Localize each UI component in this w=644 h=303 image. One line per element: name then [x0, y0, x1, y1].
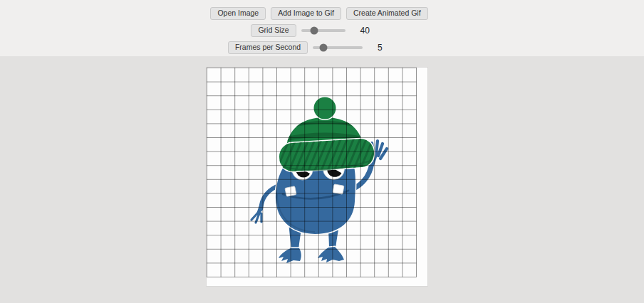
workspace	[0, 56, 644, 303]
grid-size-slider-track[interactable]	[301, 29, 346, 32]
grid-size-button[interactable]: Grid Size	[251, 24, 296, 37]
monster-left-arm	[251, 186, 279, 223]
fps-slider[interactable]	[313, 43, 363, 53]
main-buttons-row: Open Image Add Image to Gif Create Anima…	[210, 7, 427, 19]
fps-row: Frames per Second 5	[228, 41, 389, 53]
grid-size-slider[interactable]	[301, 26, 346, 36]
monster-hat-pompom	[314, 97, 336, 119]
create-animated-gif-button[interactable]: Create Animated Gif	[346, 7, 428, 20]
open-image-button[interactable]: Open Image	[210, 7, 266, 20]
grid-size-row: Grid Size 40	[251, 24, 371, 36]
monster-left-foot	[279, 248, 301, 263]
drawing-canvas[interactable]	[207, 68, 427, 286]
fps-value: 5	[378, 43, 389, 53]
grid-size-slider-thumb[interactable]	[311, 26, 318, 34]
fps-button[interactable]: Frames per Second	[228, 41, 308, 54]
fps-slider-thumb[interactable]	[319, 43, 327, 51]
grid-size-value: 40	[360, 26, 372, 36]
add-image-to-gif-button[interactable]: Add Image to Gif	[271, 7, 341, 20]
monster-figure	[207, 68, 427, 286]
monster-right-foot	[318, 247, 344, 262]
header-toolbar: Open Image Add Image to Gif Create Anima…	[0, 0, 644, 56]
